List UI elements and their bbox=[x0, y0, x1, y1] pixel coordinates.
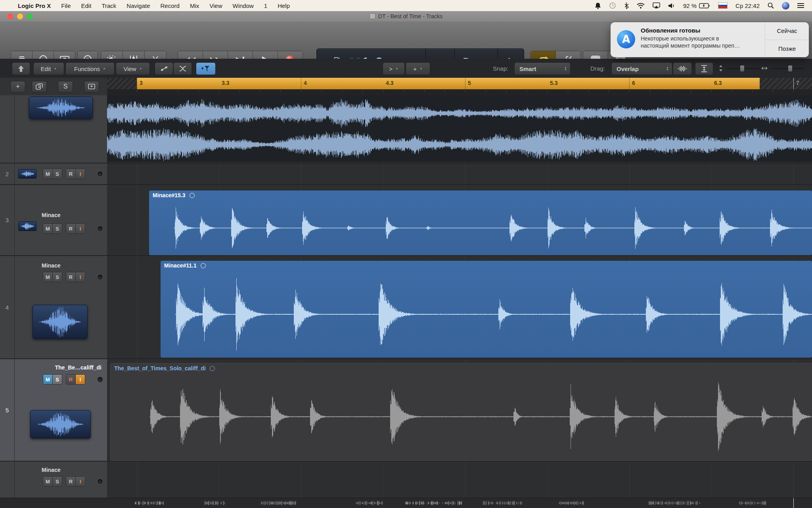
track-header-menu-button[interactable] bbox=[84, 81, 99, 92]
title-bar: DT - Best of Time - Tracks bbox=[0, 11, 812, 22]
solo-button[interactable]: S bbox=[53, 169, 62, 179]
track-header-3[interactable]: 3 Minace MS RI bbox=[0, 185, 107, 256]
bar-ruler[interactable]: 33.344.355.366.37 bbox=[107, 78, 812, 95]
command-click-tool-button[interactable]: +▼ bbox=[406, 62, 430, 75]
horizontal-zoom-slider[interactable] bbox=[761, 65, 804, 71]
track-number: 3 bbox=[0, 185, 15, 255]
notification-now-button[interactable]: Сейчас bbox=[765, 22, 809, 40]
hide-tracks-button[interactable] bbox=[12, 62, 30, 75]
record-enable-button[interactable]: R bbox=[66, 272, 76, 282]
menu-help[interactable]: Help bbox=[272, 2, 295, 9]
audio-region-minace-11-1[interactable]: Minace#11.1 bbox=[161, 261, 812, 358]
master-solo-button[interactable]: S bbox=[58, 81, 73, 92]
waveform-zoom-button[interactable] bbox=[673, 62, 692, 75]
track-header-6[interactable]: Minace MS RI bbox=[0, 462, 107, 498]
loop-indicator-icon[interactable] bbox=[210, 366, 215, 371]
snap-dropdown[interactable]: Smart▲▼ bbox=[514, 62, 571, 75]
track-name[interactable]: Minace bbox=[42, 467, 60, 473]
view-menu-button[interactable]: View▼ bbox=[116, 62, 150, 75]
record-enable-button[interactable]: R bbox=[66, 224, 76, 233]
loop-indicator-icon[interactable] bbox=[190, 193, 195, 198]
notification-bell-icon[interactable] bbox=[591, 2, 605, 9]
mute-button[interactable]: M bbox=[43, 224, 53, 233]
v-arrows-icon bbox=[719, 65, 723, 71]
menu-app[interactable]: Logic Pro X bbox=[13, 2, 56, 9]
input-monitor-button[interactable]: I bbox=[76, 224, 85, 233]
track-header-4[interactable]: 4 Minace MS RI bbox=[0, 256, 107, 359]
track-header-1[interactable] bbox=[0, 95, 107, 164]
left-click-tool-button[interactable]: >▼ bbox=[383, 62, 405, 75]
track-on-indicator[interactable] bbox=[97, 171, 103, 177]
input-monitor-button[interactable]: I bbox=[76, 477, 85, 486]
mute-button[interactable]: M bbox=[43, 169, 53, 179]
track-on-indicator[interactable] bbox=[97, 479, 103, 485]
track-header-2[interactable]: 2 MS RI bbox=[0, 164, 107, 185]
solo-button[interactable]: S bbox=[53, 375, 62, 384]
cycle-range[interactable] bbox=[137, 78, 760, 89]
menu-window[interactable]: Window bbox=[227, 2, 259, 9]
menu-file[interactable]: File bbox=[56, 2, 76, 9]
notification-center-icon[interactable] bbox=[793, 3, 808, 8]
battery-icon bbox=[699, 3, 710, 8]
menu-edit[interactable]: Edit bbox=[76, 2, 97, 9]
vertical-auto-zoom-button[interactable] bbox=[695, 62, 713, 75]
track-name[interactable]: Minace bbox=[42, 262, 60, 269]
arrange-area[interactable]: Minace#15.3 Minace#11.1 The_Best_of_Time… bbox=[107, 95, 812, 498]
record-enable-button[interactable]: R bbox=[66, 477, 76, 486]
track-header-5[interactable]: 5 The_Be…califf_di MS RI bbox=[0, 359, 107, 462]
duplicate-track-button[interactable] bbox=[32, 81, 47, 92]
audio-region-track1[interactable] bbox=[107, 95, 812, 162]
record-enable-button[interactable]: R bbox=[66, 169, 76, 179]
menu-clock[interactable]: Ср 22:42 bbox=[732, 2, 764, 9]
mute-button[interactable]: M bbox=[43, 375, 53, 384]
input-monitor-button[interactable]: I bbox=[76, 169, 85, 179]
input-language-flag[interactable] bbox=[714, 2, 732, 9]
menu-mix[interactable]: Mix bbox=[185, 2, 204, 9]
menu-view[interactable]: View bbox=[204, 2, 227, 9]
bottom-strip[interactable] bbox=[0, 498, 812, 508]
mute-button[interactable]: M bbox=[43, 272, 53, 282]
flex-icon bbox=[179, 65, 187, 72]
playhead-marker[interactable] bbox=[793, 78, 794, 89]
record-enable-button[interactable]: R bbox=[66, 375, 76, 384]
input-monitor-button[interactable]: I bbox=[76, 272, 85, 282]
siri-icon[interactable] bbox=[778, 2, 793, 10]
volume-icon[interactable] bbox=[664, 3, 679, 9]
catch-playhead-button[interactable] bbox=[196, 62, 216, 75]
drag-dropdown[interactable]: Overlap▲▼ bbox=[611, 62, 672, 75]
edit-menu-button[interactable]: Edit▼ bbox=[33, 62, 64, 75]
add-track-button[interactable]: + bbox=[10, 81, 25, 92]
track-name[interactable]: The_Be…califf_di bbox=[55, 364, 102, 371]
flex-button[interactable] bbox=[173, 62, 192, 75]
track-name[interactable]: Minace bbox=[42, 212, 60, 218]
audio-region-minace-15-3[interactable]: Minace#15.3 bbox=[149, 190, 812, 255]
menu-1[interactable]: 1 bbox=[259, 2, 272, 9]
menu-record[interactable]: Record bbox=[155, 2, 185, 9]
track-thumbnail-waveform bbox=[33, 305, 88, 339]
audio-region-best-of-times-solo[interactable]: The_Best_of_Times_Solo_califf_di bbox=[110, 363, 812, 461]
solo-button[interactable]: S bbox=[53, 477, 62, 486]
track-on-indicator[interactable] bbox=[97, 226, 103, 232]
slider-handle[interactable] bbox=[788, 65, 792, 71]
track-on-indicator[interactable] bbox=[97, 377, 103, 383]
functions-menu-button[interactable]: Functions▼ bbox=[65, 62, 115, 75]
notification-later-button[interactable]: Позже bbox=[765, 40, 809, 58]
solo-button[interactable]: S bbox=[53, 272, 62, 282]
track-chip-waveform-icon bbox=[18, 221, 36, 231]
bluetooth-icon[interactable] bbox=[620, 2, 633, 9]
loop-indicator-icon[interactable] bbox=[201, 263, 206, 268]
mute-button[interactable]: M bbox=[43, 477, 53, 486]
wifi-icon[interactable] bbox=[633, 3, 649, 9]
vertical-zoom-slider[interactable] bbox=[719, 65, 759, 71]
solo-button[interactable]: S bbox=[53, 224, 62, 233]
spotlight-icon[interactable] bbox=[764, 2, 778, 9]
slider-handle[interactable] bbox=[740, 65, 744, 71]
menu-navigate[interactable]: Navigate bbox=[121, 2, 155, 9]
battery-status[interactable]: 92 % bbox=[679, 2, 714, 9]
track-on-indicator[interactable] bbox=[97, 274, 103, 280]
airplay-icon[interactable] bbox=[649, 2, 664, 9]
time-machine-icon[interactable] bbox=[605, 2, 620, 9]
input-monitor-button[interactable]: I bbox=[76, 375, 85, 384]
automation-button[interactable] bbox=[155, 62, 173, 75]
menu-track[interactable]: Track bbox=[96, 2, 121, 9]
